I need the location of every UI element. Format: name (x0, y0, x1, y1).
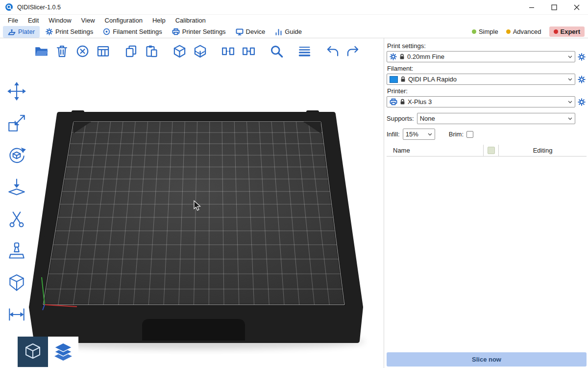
mode-advanced-label: Advanced (513, 28, 541, 35)
trash-icon (55, 44, 69, 58)
copy-button[interactable] (122, 42, 140, 60)
measure-tool-button[interactable] (3, 301, 30, 328)
remove-instance-icon (242, 44, 256, 58)
close-button[interactable] (565, 0, 588, 15)
cube-split-icon (193, 44, 207, 58)
search-icon (270, 44, 284, 58)
paste-button[interactable] (143, 42, 160, 60)
lock-icon (400, 99, 405, 105)
lock-icon (399, 53, 405, 60)
3d-editor-view-button[interactable] (18, 337, 48, 367)
printer-icon (172, 28, 180, 35)
variable-layer-height-button[interactable] (295, 42, 313, 60)
advanced-mode-dot-icon (506, 29, 511, 34)
chevron-down-icon (568, 101, 572, 104)
app-logo-icon (5, 3, 13, 11)
filament-gear-button[interactable] (576, 74, 587, 84)
lock-icon (400, 76, 406, 82)
guide-icon (275, 28, 282, 35)
bed-handle (142, 319, 245, 341)
print-settings-gear-button[interactable] (576, 52, 587, 62)
slice-now-button[interactable]: Slice now (387, 352, 587, 367)
main-content: Print settings: 0.20mm Fine Filament: QI… (0, 38, 588, 368)
brim-label: Brim: (449, 131, 464, 138)
split-to-parts-button[interactable] (191, 42, 209, 60)
remove-instance-button[interactable] (240, 42, 257, 60)
infill-label: Infill: (387, 131, 400, 138)
place-on-face-tool-button[interactable] (3, 173, 30, 201)
editor-cube-icon (23, 342, 43, 362)
rotate-tool-button[interactable] (3, 141, 30, 169)
search-button[interactable] (268, 42, 285, 60)
gear-icon (390, 53, 397, 60)
tab-filament-settings[interactable]: Filament Settings (98, 26, 167, 38)
cube-icon (172, 44, 187, 58)
menu-calibration[interactable]: Calibration (171, 15, 211, 26)
place-on-face-icon (6, 177, 27, 197)
chevron-down-icon (568, 117, 572, 120)
brim-checkbox[interactable] (466, 131, 473, 138)
tab-guide[interactable]: Guide (270, 26, 307, 38)
mode-expert[interactable]: Expert (549, 26, 585, 37)
print-settings-select[interactable]: 0.20mm Fine (387, 51, 575, 62)
minimize-button[interactable] (520, 0, 543, 15)
menu-window[interactable]: Window (44, 15, 76, 26)
tab-device[interactable]: Device (231, 26, 270, 38)
tab-print-settings[interactable]: Print Settings (41, 26, 98, 38)
scale-tool-button[interactable] (3, 109, 30, 137)
supports-select[interactable]: None (417, 113, 575, 124)
mode-expert-label: Expert (561, 28, 580, 35)
filament-select[interactable]: QIDI PLA Rapido (387, 74, 575, 85)
plater-icon (8, 28, 16, 35)
move-tool-button[interactable] (3, 78, 30, 105)
tab-bar: Plater Print Settings Filament Settings … (0, 26, 588, 38)
gear-icon (578, 76, 586, 83)
printer-select[interactable]: X-Plus 3 (387, 96, 575, 107)
tab-guide-label: Guide (285, 28, 302, 35)
object-list-body[interactable] (387, 157, 587, 350)
tab-plater[interactable]: Plater (3, 26, 40, 38)
copy-icon (124, 44, 138, 58)
move-icon (6, 81, 27, 102)
window-controls (520, 0, 588, 15)
open-folder-icon (34, 44, 49, 58)
mode-advanced[interactable]: Advanced (506, 28, 541, 35)
expert-mode-dot-icon (554, 29, 558, 34)
filament-label: Filament: (387, 65, 587, 72)
menu-file[interactable]: File (3, 15, 23, 26)
filament-color-swatch (390, 76, 398, 83)
column-header-name: Name (387, 147, 483, 154)
open-folder-button[interactable] (32, 42, 50, 60)
redo-button[interactable] (344, 42, 362, 60)
seam-painting-tool-button[interactable] (3, 269, 30, 296)
menu-view[interactable]: View (76, 15, 100, 26)
menu-edit[interactable]: Edit (23, 15, 44, 26)
printer-gear-button[interactable] (576, 97, 587, 107)
tab-printer-settings[interactable]: Printer Settings (167, 26, 231, 38)
menu-configuration[interactable]: Configuration (100, 15, 147, 26)
cut-tool-button[interactable] (3, 205, 30, 233)
mode-simple[interactable]: Simple (472, 28, 498, 35)
infill-select[interactable]: 15% (403, 129, 435, 140)
undo-button[interactable] (323, 42, 341, 60)
extruder-swatch-icon (488, 147, 495, 154)
delete-button[interactable] (53, 42, 71, 60)
redo-icon (346, 44, 360, 58)
split-to-objects-button[interactable] (171, 42, 188, 60)
bed-surface (43, 122, 344, 305)
menu-help[interactable]: Help (147, 15, 171, 26)
gizmo-toolbar (3, 78, 30, 333)
preview-view-button[interactable] (48, 337, 78, 367)
support-paint-icon (6, 240, 27, 261)
delete-all-button[interactable] (74, 42, 91, 60)
chevron-down-icon (568, 55, 572, 58)
mode-simple-label: Simple (479, 28, 498, 35)
add-instance-button[interactable] (219, 42, 237, 60)
support-painting-tool-button[interactable] (3, 237, 30, 264)
filament-value: QIDI PLA Rapido (408, 76, 457, 83)
arrange-button[interactable] (94, 42, 112, 60)
maximize-button[interactable] (543, 0, 565, 15)
print-settings-label: Print settings: (387, 42, 587, 50)
viewport-3d[interactable] (0, 38, 384, 368)
printer-value: X-Plus 3 (408, 98, 432, 105)
